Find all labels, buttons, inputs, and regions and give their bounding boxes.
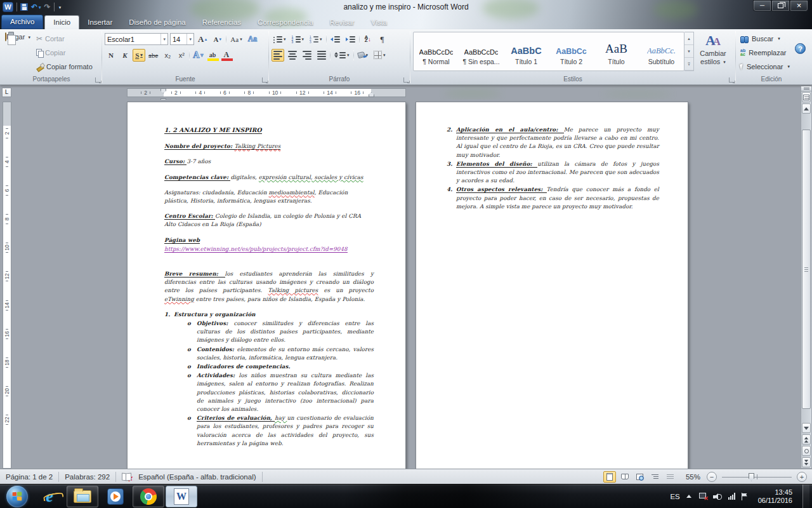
- language-indicator[interactable]: ES: [670, 493, 679, 500]
- split-handle[interactable]: [801, 86, 811, 91]
- show-hidden-icons-button[interactable]: [686, 495, 691, 498]
- scrollbar-thumb[interactable]: [802, 130, 811, 409]
- scroll-down-button[interactable]: [802, 423, 811, 433]
- align-right-button[interactable]: [301, 49, 313, 62]
- multilevel-list-button[interactable]: [308, 33, 324, 46]
- browse-object-button[interactable]: [802, 446, 811, 456]
- gallery-expand-icon[interactable]: ⊽: [684, 58, 693, 70]
- scroll-up-button[interactable]: [802, 104, 811, 114]
- borders-button[interactable]: [372, 49, 388, 62]
- action-center-flag-icon[interactable]: [742, 493, 748, 500]
- dialog-launcher-icon[interactable]: [262, 77, 267, 83]
- change-case-button[interactable]: Aa: [228, 33, 244, 46]
- proofing-status[interactable]: ✗: [116, 469, 137, 484]
- style-sin-espa[interactable]: AaBbCcDc¶ Sin espa...: [459, 32, 504, 70]
- find-button[interactable]: Buscar: [738, 32, 804, 46]
- vertical-ruler[interactable]: 246810121416182022: [3, 102, 11, 469]
- close-button[interactable]: ×: [790, 0, 808, 11]
- tab-inicio[interactable]: Inicio: [44, 15, 79, 29]
- line-spacing-button[interactable]: [332, 49, 351, 62]
- language-indicator[interactable]: Español (España - alfab. tradicional): [137, 469, 261, 484]
- font-size-combo[interactable]: 14▾: [170, 33, 194, 45]
- volume-icon[interactable]: [713, 493, 722, 500]
- paste-button[interactable]: Pegar: [4, 32, 32, 74]
- tab-diseño-de-página[interactable]: Diseño de página: [121, 16, 194, 29]
- page-indicator[interactable]: Página: 1 de 2: [0, 469, 58, 484]
- dialog-launcher-icon[interactable]: [403, 77, 409, 83]
- restore-button[interactable]: [771, 0, 790, 11]
- vertical-scrollbar[interactable]: [801, 86, 811, 468]
- superscript-button[interactable]: x²: [175, 49, 188, 62]
- taskbar-internet-explorer[interactable]: e: [34, 486, 65, 507]
- shading-button[interactable]: [356, 49, 370, 62]
- ruler-toggle-button[interactable]: [802, 92, 811, 102]
- scrollbar-track[interactable]: [802, 114, 811, 422]
- font-color-button[interactable]: A: [220, 49, 233, 62]
- taskbar-chrome[interactable]: [133, 486, 164, 507]
- minimize-ribbon-button[interactable]: ︿: [779, 44, 790, 55]
- zoom-level[interactable]: 55%: [686, 473, 700, 481]
- italic-button[interactable]: K: [119, 49, 131, 62]
- minimize-button[interactable]: ─: [753, 0, 771, 11]
- fullscreen-reading-view-button[interactable]: [619, 471, 631, 483]
- style-título[interactable]: AaBTítulo: [594, 32, 639, 70]
- style-subtítulo[interactable]: AaBbCc.Subtítulo: [639, 32, 684, 70]
- copy-button[interactable]: Copiar: [34, 46, 95, 60]
- clock[interactable]: 13:45 06/11/2016: [754, 488, 796, 505]
- dialog-launcher-icon[interactable]: [729, 77, 734, 83]
- increase-indent-button[interactable]: [344, 33, 357, 46]
- document-page-2[interactable]: 2.Aplicación en el aula/centro: Me parec…: [416, 102, 688, 469]
- tab-vista[interactable]: Vista: [363, 16, 395, 29]
- tab-correspondencia[interactable]: Correspondencia: [249, 16, 322, 29]
- align-left-button[interactable]: [272, 49, 284, 62]
- taskbar-word-active[interactable]: W: [166, 486, 197, 507]
- hyperlink[interactable]: https://www.etwinning.net/es/pub/project…: [164, 246, 348, 253]
- change-styles-button[interactable]: AA Cambiar estilos: [694, 32, 732, 66]
- tab-referencias[interactable]: Referencias: [194, 16, 249, 29]
- text-effects-button[interactable]: A: [191, 49, 205, 62]
- justify-button[interactable]: [315, 49, 328, 62]
- tab-revisar[interactable]: Revisar: [322, 16, 363, 29]
- align-center-button[interactable]: [286, 49, 299, 62]
- style-normal[interactable]: AaBbCcDc¶ Normal: [414, 32, 459, 70]
- tab-archivo[interactable]: Archivo: [1, 15, 43, 29]
- zoom-slider-thumb[interactable]: [749, 473, 754, 481]
- show-marks-button[interactable]: ¶: [376, 33, 389, 46]
- network-disconnected-icon[interactable]: [698, 493, 707, 500]
- sort-button[interactable]: AZ↓: [362, 33, 374, 46]
- bullets-button[interactable]: [272, 33, 288, 46]
- document-page-1[interactable]: 1. 2 ANALIZO Y ME INSPIRONombre del proy…: [127, 102, 406, 469]
- print-layout-view-button[interactable]: [603, 471, 616, 483]
- zoom-in-button[interactable]: +: [797, 472, 807, 482]
- underline-button[interactable]: S: [133, 49, 145, 62]
- format-painter-button[interactable]: Copiar formato: [34, 60, 95, 74]
- gallery-scroll-down-icon[interactable]: ▼: [684, 45, 693, 58]
- show-desktop-button[interactable]: [802, 485, 809, 508]
- subscript-button[interactable]: x₂: [161, 49, 174, 62]
- clear-formatting-button[interactable]: Aa: [246, 33, 259, 46]
- word-count[interactable]: Palabras: 292: [59, 469, 115, 484]
- zoom-out-button[interactable]: −: [707, 472, 717, 482]
- dialog-launcher-icon[interactable]: [95, 77, 100, 83]
- gallery-scroll-up-icon[interactable]: ▲: [684, 32, 693, 45]
- numbering-button[interactable]: [290, 33, 306, 46]
- previous-page-button[interactable]: [802, 434, 811, 444]
- zoom-slider[interactable]: [722, 472, 792, 482]
- signal-strength-icon[interactable]: [728, 493, 735, 500]
- shrink-font-button[interactable]: A▼: [211, 33, 224, 46]
- start-button[interactable]: [6, 486, 28, 507]
- font-name-combo[interactable]: Escolar1▾: [105, 33, 168, 45]
- help-button[interactable]: ?: [795, 43, 806, 54]
- tab-selector-button[interactable]: L: [2, 88, 11, 97]
- taskbar-file-explorer[interactable]: [67, 486, 98, 507]
- style-título-1[interactable]: AaBbCTítulo 1: [504, 32, 549, 70]
- draft-view-button[interactable]: [664, 471, 677, 483]
- strikethrough-button[interactable]: abe: [147, 49, 160, 62]
- web-layout-view-button[interactable]: [634, 471, 646, 483]
- bold-button[interactable]: N: [105, 49, 117, 62]
- grow-font-button[interactable]: A▲: [196, 33, 209, 46]
- outline-view-button[interactable]: [649, 471, 662, 483]
- style-título-2[interactable]: AaBbCcTítulo 2: [549, 32, 594, 70]
- horizontal-ruler[interactable]: 2 246810121416: [127, 88, 406, 97]
- decrease-indent-button[interactable]: [329, 33, 342, 46]
